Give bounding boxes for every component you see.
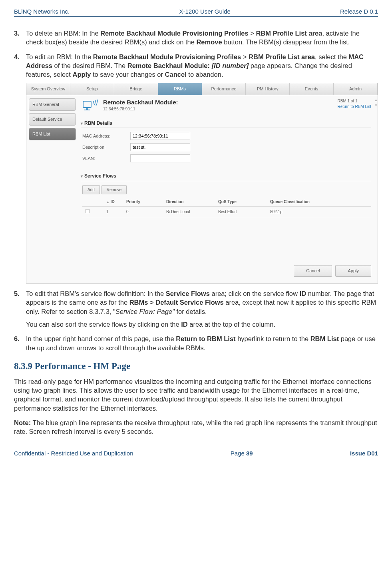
vlan-input[interactable]	[130, 154, 190, 162]
remove-button[interactable]: Remove	[101, 185, 127, 195]
page-footer: Confidential - Restricted Use and Duplic…	[14, 448, 378, 457]
tab-system-overview[interactable]: System Overview	[26, 83, 70, 95]
tab-setup[interactable]: Setup	[70, 83, 114, 95]
monitor-signal-icon	[82, 98, 98, 113]
header-release: Release D 0.1	[340, 8, 378, 15]
step-3: 3. To delete an RBM: In the Remote Backh…	[14, 29, 378, 47]
step-number: 5.	[14, 289, 20, 298]
tab-events[interactable]: Events	[290, 83, 334, 95]
main-panel: RBM 1 of 1 Return to RBM List ▲ ▼	[78, 95, 378, 283]
cell-id[interactable]: 1	[106, 209, 126, 215]
service-flows-table: ▲ ID Priority Direction QoS Type Queue C…	[82, 198, 371, 217]
step-5: 5. To edit that RBM's service flow defin…	[14, 289, 378, 329]
step-number: 6.	[14, 334, 20, 343]
sort-icon: ▲	[106, 200, 109, 204]
sidebar-rbm-general[interactable]: RBM General	[29, 98, 76, 111]
col-qos-type[interactable]: QoS Type	[218, 199, 270, 205]
collapse-icon[interactable]: ▾	[81, 174, 83, 179]
description-label: Description:	[82, 144, 130, 150]
tab-pm-history[interactable]: PM History	[246, 83, 290, 95]
cell-direction: Bi-Directional	[166, 209, 218, 215]
step-number: 4.	[14, 52, 20, 61]
page-subtitle: 12:34:56:78:90:11	[103, 106, 178, 112]
apply-button[interactable]: Apply	[335, 265, 371, 277]
tab-rbms[interactable]: RBMs	[158, 83, 202, 95]
col-direction[interactable]: Direction	[166, 199, 218, 205]
left-sidebar: RBM General Default Service RBM List	[26, 95, 78, 283]
footer-confidential: Confidential - Restricted Use and Duplic…	[14, 450, 133, 457]
page-header: BLiNQ Networks Inc. X-1200 User Guide Re…	[14, 8, 378, 17]
tab-performance[interactable]: Performance	[202, 83, 246, 95]
svg-rect-2	[84, 110, 90, 110]
collapse-icon[interactable]: ▾	[81, 121, 83, 126]
header-title: X-1200 User Guide	[179, 8, 230, 15]
section-8-3-9-note: Note: The blue graph line represents the…	[14, 418, 378, 436]
section-8-3-9-heading: 8.3.9 Performance - HM Page	[14, 361, 378, 371]
sidebar-rbm-list[interactable]: RBM List	[29, 128, 76, 140]
mac-address-input[interactable]	[130, 132, 190, 140]
cell-priority: 0	[126, 209, 166, 215]
col-priority[interactable]: Priority	[126, 199, 166, 205]
arrow-up-icon[interactable]: ▲	[374, 98, 378, 103]
description-input[interactable]	[130, 143, 190, 151]
page-title: Remote Backhaul Module:	[103, 98, 178, 106]
rbm-module-screenshot: System Overview Setup Bridge RBMs Perfor…	[26, 83, 378, 284]
footer-page: Page 39	[231, 450, 253, 457]
header-company: BLiNQ Networks Inc.	[14, 8, 70, 15]
svg-rect-0	[83, 101, 91, 108]
cell-qos: Best Effort	[218, 209, 270, 215]
cancel-button[interactable]: Cancel	[294, 265, 332, 277]
table-row: 1 0 Bi-Directional Best Effort 802.1p	[82, 207, 371, 218]
col-id[interactable]: ▲ ID	[106, 199, 126, 205]
rbm-details-heading: ▾RBM Details	[81, 120, 371, 128]
tab-bridge[interactable]: Bridge	[114, 83, 158, 95]
rbm-nav-links: RBM 1 of 1 Return to RBM List	[338, 98, 371, 109]
section-8-3-9-p1: This read-only page for HM performance v…	[14, 377, 378, 413]
arrow-down-icon[interactable]: ▼	[374, 104, 378, 108]
service-flows-heading: ▾Service Flows	[81, 173, 371, 181]
rbm-counter: RBM 1 of 1	[338, 98, 371, 104]
step-6: 6. In the upper right hand corner of thi…	[14, 334, 378, 352]
top-nav-tabs: System Overview Setup Bridge RBMs Perfor…	[26, 83, 378, 95]
rbm-scroll-arrows: ▲ ▼	[374, 98, 378, 108]
sidebar-default-service[interactable]: Default Service	[29, 113, 76, 126]
cell-qc: 802.1p	[270, 209, 371, 215]
svg-rect-1	[86, 108, 88, 110]
footer-issue: Issue D01	[350, 450, 378, 457]
step-number: 3.	[14, 29, 20, 38]
col-queue-classification[interactable]: Queue Classification	[270, 199, 371, 205]
return-to-rbm-list-link[interactable]: Return to RBM List	[338, 104, 371, 110]
add-button[interactable]: Add	[82, 185, 100, 195]
instruction-list: 3. To delete an RBM: In the Remote Backh…	[14, 29, 378, 352]
row-checkbox[interactable]	[86, 209, 90, 213]
vlan-label: VLAN:	[82, 156, 130, 162]
mac-address-label: MAC Address:	[82, 133, 130, 139]
step-4: 4. To edit an RBM: In the Remote Backhau…	[14, 52, 378, 284]
tab-admin[interactable]: Admin	[334, 83, 378, 95]
